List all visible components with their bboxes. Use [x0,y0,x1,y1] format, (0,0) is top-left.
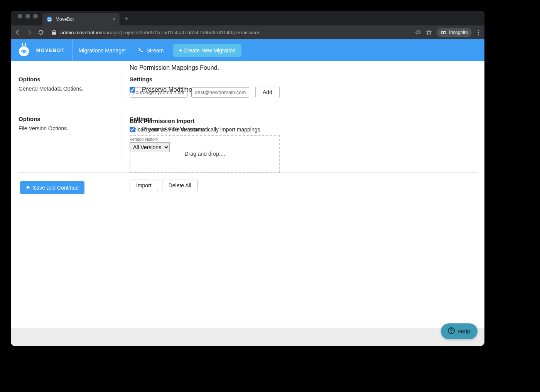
brand-logo-icon [16,42,32,59]
tab-favicon [46,16,52,22]
version-options-sub: File Version Options. [19,125,114,131]
reload-icon[interactable] [38,29,44,35]
incognito-indicator[interactable]: Incognito [437,28,472,37]
svg-point-6 [441,32,444,34]
delete-all-button[interactable]: Delete All [162,180,198,191]
brand[interactable]: MOVEBOT [11,39,73,61]
window-close-dot[interactable] [18,14,22,19]
window-minimize-dot[interactable] [25,14,30,19]
help-icon [448,327,455,335]
page-content: No Permission Mappings Found. Add Bulk P… [11,61,484,328]
preserve-versions-checkbox[interactable] [130,127,135,132]
close-icon[interactable]: × [113,16,116,22]
plus-icon: + [179,47,182,54]
play-icon [26,185,30,191]
back-icon[interactable] [15,29,21,35]
app-navbar: MOVEBOT Migrations Manager Stream + Crea… [11,39,484,61]
browser-address-bar: admin.movebot.io/manage/projects/95b0901… [11,25,484,39]
nav-migrations-manager[interactable]: Migrations Manager [73,39,133,61]
svg-point-1 [48,18,49,19]
svg-point-7 [444,32,446,34]
version-history-select[interactable]: All Versions [130,142,170,152]
star-icon[interactable] [426,29,432,35]
preserve-versions-label: Preserve File Versions [142,126,204,133]
svg-point-11 [24,50,25,52]
help-button[interactable]: Help [441,323,478,339]
browser-menu-icon[interactable] [476,30,481,35]
incognito-icon [440,30,447,35]
import-button[interactable]: Import [130,180,158,191]
version-options-heading: Options [19,116,114,122]
forward-icon[interactable] [26,29,32,35]
svg-rect-4 [52,32,56,35]
version-history-label: Version History [130,137,473,141]
metadata-settings-heading: Settings [130,76,473,82]
svg-point-10 [22,50,23,52]
preserve-modtime-checkbox[interactable] [130,87,135,93]
incognito-label: Incognito [449,30,468,35]
nav-stream-label: Stream [146,47,164,54]
url-display[interactable]: admin.movebot.io/manage/projects/95b0901… [51,29,410,35]
svg-point-18 [451,332,452,333]
nav-stream[interactable]: Stream [132,39,170,61]
no-mappings-message: No Permission Mappings Found. [130,64,473,71]
lock-icon [51,29,57,35]
help-label: Help [458,328,471,335]
preserve-modtime-label: Preserve Modtime [142,86,192,93]
svg-point-2 [50,18,51,19]
brand-name: MOVEBOT [36,48,65,53]
window-controls [15,11,42,25]
save-continue-button[interactable]: Save and Continue [20,181,84,194]
browser-tab-bar: MoveBot × + [11,11,484,25]
window-zoom-dot[interactable] [33,14,38,19]
new-tab-button[interactable]: + [120,15,133,25]
svg-point-13 [22,43,23,45]
nav-migrations-label: Migrations Manager [79,47,127,54]
svg-rect-3 [48,20,51,21]
version-settings-heading: Settings [130,116,473,122]
url-domain: admin.movebot.io [60,30,100,35]
tab-title: MoveBot [56,17,110,22]
metadata-options-heading: Options [19,76,114,82]
svg-point-9 [21,50,27,53]
metadata-options-sub: General Metadata Options. [19,86,114,92]
url-path: /manage/projects/95b0901c-5d1f-4ca0-bb24… [100,30,260,35]
svg-point-15 [25,43,26,45]
eye-off-icon[interactable] [415,29,421,35]
save-continue-label: Save and Continue [33,185,79,191]
create-migration-label: Create New Migration [184,47,236,54]
create-migration-button[interactable]: + Create New Migration [173,44,242,57]
browser-tab[interactable]: MoveBot × [42,13,120,25]
terminal-icon [138,47,144,54]
footer-strip [11,328,484,346]
svg-point-0 [47,17,52,22]
